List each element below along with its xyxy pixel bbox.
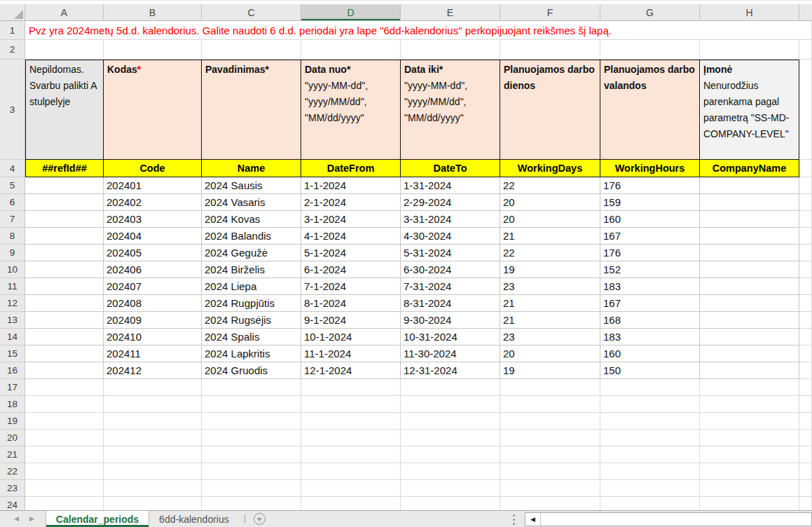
cell-H22[interactable] xyxy=(700,463,799,480)
cell-B7[interactable]: 202403 xyxy=(104,211,202,228)
sheet-tab-calendar-periods[interactable]: Calendar_periods xyxy=(46,511,149,527)
cell-H15[interactable] xyxy=(700,345,799,362)
cell-D2[interactable] xyxy=(301,40,401,60)
cell-I22[interactable] xyxy=(799,463,812,480)
cell-E8[interactable]: 4-30-2024 xyxy=(401,228,500,245)
cell-G15[interactable]: 160 xyxy=(600,345,700,362)
row-header-9[interactable]: 9 xyxy=(0,245,25,261)
cell-F7[interactable]: 20 xyxy=(500,211,600,228)
cell-H11[interactable] xyxy=(700,278,799,295)
cell-H12[interactable] xyxy=(700,295,799,312)
cell-E15[interactable]: 11-30-2024 xyxy=(401,345,500,362)
cell-B19[interactable] xyxy=(104,413,202,430)
cell-I7[interactable] xyxy=(799,211,812,228)
cell-C5[interactable]: 2024 Sausis xyxy=(202,177,301,194)
cell-B8[interactable]: 202404 xyxy=(104,228,202,245)
cell-H19[interactable] xyxy=(700,413,799,430)
cell-A21[interactable] xyxy=(25,446,104,463)
cell-F2[interactable] xyxy=(500,40,600,60)
column-header-D[interactable]: D xyxy=(301,4,401,20)
cell-D12[interactable]: 8-1-2024 xyxy=(301,295,401,312)
cell-F12[interactable]: 21 xyxy=(500,295,600,312)
cell-G10[interactable]: 152 xyxy=(600,261,700,278)
cell-B22[interactable] xyxy=(104,463,202,480)
cell-H13[interactable] xyxy=(700,312,799,329)
cell-A7[interactable] xyxy=(25,211,104,228)
row-header-7[interactable]: 7 xyxy=(0,211,25,228)
cell-A10[interactable] xyxy=(25,261,104,278)
row-header-5[interactable]: 5 xyxy=(0,177,25,194)
cell-C3[interactable]: Pavadinimas* xyxy=(202,60,301,160)
cell-F6[interactable]: 20 xyxy=(500,194,600,211)
cell-I10[interactable] xyxy=(799,261,812,278)
cell-C8[interactable]: 2024 Balandis xyxy=(202,228,301,245)
cell-G8[interactable]: 167 xyxy=(600,228,700,245)
cell-E18[interactable] xyxy=(401,396,500,413)
cell-C14[interactable]: 2024 Spalis xyxy=(202,329,301,345)
cell-G23[interactable] xyxy=(600,480,700,497)
cell-I16[interactable] xyxy=(799,362,812,379)
cell-D24[interactable] xyxy=(301,497,401,510)
cell-A17[interactable] xyxy=(25,379,104,396)
cell-E3[interactable]: Data iki*"yyyy-MM-dd", "yyyy/MM/dd", "MM… xyxy=(401,60,500,160)
cell-G19[interactable] xyxy=(600,413,700,430)
cell-B4[interactable]: Code xyxy=(104,160,202,177)
cell-B16[interactable]: 202412 xyxy=(104,362,202,379)
row-header-23[interactable]: 23 xyxy=(0,480,25,497)
sheet-tab-6dd-kalendorius[interactable]: 6dd-kalendorius xyxy=(149,511,239,527)
cell-C22[interactable] xyxy=(202,463,301,480)
cell-D18[interactable] xyxy=(301,396,401,413)
cell-H14[interactable] xyxy=(700,329,799,345)
row-header-6[interactable]: 6 xyxy=(0,194,25,211)
cell-B9[interactable]: 202405 xyxy=(104,245,202,261)
cell-I18[interactable] xyxy=(799,396,812,413)
cell-A6[interactable] xyxy=(25,194,104,211)
cell-E7[interactable]: 3-31-2024 xyxy=(401,211,500,228)
cell-D7[interactable]: 3-1-2024 xyxy=(301,211,401,228)
cell-F20[interactable] xyxy=(500,430,600,446)
cell-E2[interactable] xyxy=(401,40,500,60)
cell-D21[interactable] xyxy=(301,446,401,463)
cell-G11[interactable]: 183 xyxy=(600,278,700,295)
cell-E24[interactable] xyxy=(401,497,500,510)
cell-H23[interactable] xyxy=(700,480,799,497)
cell-A5[interactable] xyxy=(25,177,104,194)
cell-I9[interactable] xyxy=(799,245,812,261)
select-all-button[interactable] xyxy=(0,4,25,20)
cell-D4[interactable]: DateFrom xyxy=(301,160,401,177)
cell-C4[interactable]: Name xyxy=(202,160,301,177)
cell-A4[interactable]: ##refId## xyxy=(25,160,104,177)
column-header-C[interactable]: C xyxy=(202,4,301,20)
cell-C20[interactable] xyxy=(202,430,301,446)
cell-E20[interactable] xyxy=(401,430,500,446)
cell-G9[interactable]: 176 xyxy=(600,245,700,261)
cell-C2[interactable] xyxy=(202,40,301,60)
cell-G22[interactable] xyxy=(600,463,700,480)
cell-B15[interactable]: 202411 xyxy=(104,345,202,362)
cell-G21[interactable] xyxy=(600,446,700,463)
tab-scrollbar-splitter-handle[interactable] xyxy=(513,519,515,521)
cell-B20[interactable] xyxy=(104,430,202,446)
row-header-18[interactable]: 18 xyxy=(0,396,25,413)
cell-B24[interactable] xyxy=(104,497,202,510)
scroll-left-button[interactable]: ◀ xyxy=(525,513,541,526)
cell-H8[interactable] xyxy=(700,228,799,245)
cell-G4[interactable]: WorkingHours xyxy=(600,160,700,177)
cell-G24[interactable] xyxy=(600,497,700,510)
cell-C11[interactable]: 2024 Liepa xyxy=(202,278,301,295)
cell-H18[interactable] xyxy=(700,396,799,413)
new-sheet-button[interactable]: + xyxy=(254,513,266,525)
cell-H16[interactable] xyxy=(700,362,799,379)
cell-C23[interactable] xyxy=(202,480,301,497)
cell-D8[interactable]: 4-1-2024 xyxy=(301,228,401,245)
row-header-8[interactable]: 8 xyxy=(0,228,25,245)
cell-B2[interactable] xyxy=(104,40,202,60)
cell-G16[interactable]: 150 xyxy=(600,362,700,379)
cell-G3[interactable]: Planuojamos darbo valandos xyxy=(600,60,700,160)
cell-C18[interactable] xyxy=(202,396,301,413)
cell-D3[interactable]: Data nuo*"yyyy-MM-dd", "yyyy/MM/dd", "MM… xyxy=(301,60,401,160)
cell-D22[interactable] xyxy=(301,463,401,480)
cell-I14[interactable] xyxy=(799,329,812,345)
cell-F10[interactable]: 19 xyxy=(500,261,600,278)
row-header-16[interactable]: 16 xyxy=(0,362,25,379)
